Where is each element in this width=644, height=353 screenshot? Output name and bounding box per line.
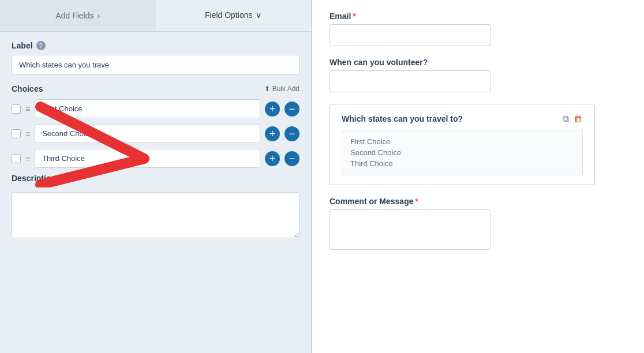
choice-3-remove-button[interactable]: − [284, 151, 299, 166]
states-choice-list: First Choice Second Choice Third Choice [342, 130, 583, 175]
description-label: Description [12, 174, 56, 183]
comment-label-text: Comment or Message [330, 197, 413, 206]
choice-1-drag-handle[interactable]: ≡ [25, 104, 30, 114]
bulk-add-icon: ⬆ [264, 85, 270, 93]
copy-icon[interactable]: ⧉ [563, 114, 569, 124]
choices-header: Choices ⬆ Bulk Add [12, 84, 299, 93]
comment-label: Comment or Message * [330, 197, 627, 206]
description-textarea[interactable] [12, 192, 299, 238]
choice-item-2: ≡ + − [12, 124, 299, 143]
choice-item-1: ≡ + − [12, 99, 299, 118]
volunteer-label: When can you volunteer? [330, 58, 627, 67]
choice-1-input[interactable] [35, 99, 260, 118]
tab-field-options-label: Field Options [205, 10, 252, 20]
choices-label: Choices [12, 84, 43, 93]
comment-field-group: Comment or Message * [330, 197, 627, 250]
tab-add-fields-chevron: › [97, 11, 100, 20]
choice-2-remove-button[interactable]: − [284, 126, 299, 141]
panel-content: Label ? Choices ⬆ Bulk Add ≡ + − ≡ [0, 32, 311, 353]
choice-2-checkbox[interactable] [12, 129, 21, 138]
choice-2-add-button[interactable]: + [265, 126, 280, 141]
states-label-text: Which states can you travel to? [342, 114, 463, 123]
email-label: Email * [330, 12, 627, 21]
choice-3-add-button[interactable]: + [265, 151, 280, 166]
states-choice-1: First Choice [350, 137, 574, 146]
tab-add-fields-label: Add Fields [55, 11, 93, 20]
bulk-add-label: Bulk Add [272, 85, 299, 93]
choice-3-input[interactable] [35, 149, 260, 168]
choice-2-drag-handle[interactable]: ≡ [25, 129, 30, 138]
description-header: Description ? [12, 174, 299, 183]
states-field-header: Which states can you travel to? ⧉ 🗑 [342, 114, 583, 124]
choice-1-remove-button[interactable]: − [284, 102, 299, 117]
volunteer-label-text: When can you volunteer? [330, 58, 428, 67]
states-choice-3: Third Choice [350, 159, 574, 168]
label-help-icon[interactable]: ? [36, 41, 46, 50]
tab-field-options-chevron: ∨ [256, 10, 261, 20]
states-field-actions: ⧉ 🗑 [563, 114, 583, 124]
email-field-group: Email * [330, 12, 627, 46]
volunteer-input-box[interactable] [330, 70, 491, 92]
bulk-add-button[interactable]: ⬆ Bulk Add [264, 85, 299, 93]
label-section-header: Label ? [12, 41, 299, 50]
email-required-star: * [353, 12, 355, 21]
tab-bar: Add Fields › Field Options ∨ [0, 0, 311, 32]
left-panel: Add Fields › Field Options ∨ L [0, 0, 312, 353]
label-text: Label [12, 41, 33, 50]
tab-field-options[interactable]: Field Options ∨ [156, 0, 312, 31]
choice-item-3: ≡ + − [12, 149, 299, 168]
volunteer-field-group: When can you volunteer? [330, 58, 627, 92]
description-section: Description ? [12, 174, 299, 241]
description-help-icon[interactable]: ? [59, 174, 69, 183]
states-choice-2: Second Choice [350, 148, 574, 157]
delete-icon[interactable]: 🗑 [574, 114, 583, 124]
label-input[interactable] [12, 55, 299, 75]
email-label-text: Email [330, 12, 351, 21]
right-panel: Email * When can you volunteer? Which st… [312, 0, 644, 353]
comment-textarea-box[interactable] [330, 209, 491, 250]
choice-1-add-button[interactable]: + [265, 102, 280, 117]
comment-required-star: * [415, 197, 418, 206]
choice-3-checkbox[interactable] [12, 154, 21, 163]
choice-3-drag-handle[interactable]: ≡ [25, 154, 30, 163]
choice-1-checkbox[interactable] [12, 104, 21, 114]
tab-add-fields[interactable]: Add Fields › [0, 0, 156, 31]
states-field-group: Which states can you travel to? ⧉ 🗑 Firs… [330, 104, 595, 185]
choice-2-input[interactable] [35, 124, 260, 143]
email-input-box[interactable] [330, 24, 491, 46]
